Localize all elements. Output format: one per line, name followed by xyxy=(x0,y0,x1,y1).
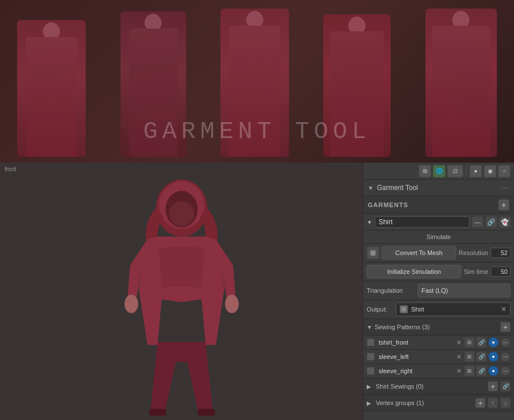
triangulation-row: Triangulation Fast (LQ) Slow (HQ) None xyxy=(363,281,514,300)
svg-rect-8 xyxy=(401,307,406,312)
sewings-expand-arrow[interactable]: ▶ xyxy=(367,383,371,390)
pattern-row-sleeve-right: sleeve_right ✕ ⊞ 🔗 ● — xyxy=(363,364,514,378)
shirt-ghost-btn[interactable]: 👻 xyxy=(499,216,511,228)
svg-rect-7 xyxy=(198,409,215,415)
pattern-color-tshirt-front xyxy=(367,338,375,346)
pattern-color-sleeve-left xyxy=(367,353,375,361)
viewport-label: front xyxy=(5,166,16,172)
shirt-name-input[interactable] xyxy=(375,216,469,228)
pattern-minus-sleeve-right[interactable]: — xyxy=(500,366,511,376)
init-simulation-button[interactable]: Initialize Simulation xyxy=(367,265,461,278)
shirt-link-btn[interactable]: 🔗 xyxy=(485,216,497,228)
figure-1 xyxy=(17,20,86,157)
panel-tb-circle1-btn[interactable]: ● xyxy=(469,165,482,177)
pattern-grid-tshirt-front[interactable]: ⊞ xyxy=(464,337,475,348)
figure-5 xyxy=(425,9,497,157)
vg-expand-arrow[interactable]: ▶ xyxy=(367,400,371,406)
pattern-blue-sleeve-left[interactable]: ● xyxy=(488,352,499,362)
svg-rect-6 xyxy=(149,409,166,415)
shirt-sewings-title: Shirt Sewings (0) xyxy=(376,383,485,390)
gt-collapse-arrow[interactable]: ▼ xyxy=(368,185,374,191)
output-label: Output: xyxy=(367,306,392,313)
viewport[interactable]: front xyxy=(0,163,363,420)
svg-point-5 xyxy=(225,294,239,313)
pattern-color-sleeve-right xyxy=(367,367,375,375)
sewing-link-btn[interactable]: 🔗 xyxy=(500,381,511,391)
gt-title: Garment Tool xyxy=(377,184,501,192)
garment-tool-header: ▼ Garment Tool ⋯ xyxy=(363,180,514,196)
pattern-blue-tshirt-front[interactable]: ● xyxy=(488,337,499,348)
shirt-row: ▼ — 🔗 👻 xyxy=(363,214,514,231)
banner-title: Garment Tool xyxy=(143,118,371,146)
output-row: Output: Shirt ✕ xyxy=(363,300,514,319)
sewing-patterns-header: ▼ Sewing Patterns (3) + xyxy=(363,319,514,336)
vertex-groups-row: ▶ Vertex groups (1) + ↑ ↓ xyxy=(363,395,514,411)
shirt-collapse-arrow[interactable]: ▼ xyxy=(367,219,372,225)
panel-toolbar: ⊞ 🌐 ⊡ ● ◉ ○ xyxy=(363,163,514,180)
pattern-minus-tshirt-front[interactable]: — xyxy=(500,337,511,348)
init-simulation-row: Initialize Simulation Sim time xyxy=(363,262,514,281)
resolution-input[interactable] xyxy=(491,248,511,258)
pattern-grid-sleeve-left[interactable]: ⊞ xyxy=(464,352,475,362)
panel-tb-circle2-btn[interactable]: ◉ xyxy=(484,165,496,177)
pattern-blue-sleeve-right[interactable]: ● xyxy=(488,366,499,376)
simulate-label: Simulate xyxy=(427,233,451,240)
pattern-grid-sleeve-right[interactable]: ⊞ xyxy=(464,366,475,376)
pattern-name-sleeve-left: sleeve_left xyxy=(376,353,453,360)
add-vertex-group-button[interactable]: + xyxy=(475,398,485,408)
add-sewing-button[interactable]: + xyxy=(488,381,498,391)
garment-sim-icon xyxy=(367,247,379,259)
output-name: Shirt xyxy=(411,306,497,313)
pattern-name-tshirt-front: tshirt_front xyxy=(376,339,453,346)
sewing-collapse-arrow[interactable]: ▼ xyxy=(367,324,372,330)
panel-tb-globe-btn[interactable]: 🌐 xyxy=(433,165,445,177)
garments-section: GARMENTS + xyxy=(363,196,514,214)
gt-dots[interactable]: ⋯ xyxy=(501,183,509,192)
panel-tb-circle3-btn[interactable]: ○ xyxy=(498,165,511,177)
vg-btn-2[interactable]: ↓ xyxy=(500,398,511,408)
pattern-minus-sleeve-left[interactable]: — xyxy=(500,352,511,362)
garments-label: GARMENTS xyxy=(368,201,408,208)
pattern-link-tshirt-front[interactable]: 🔗 xyxy=(476,337,487,348)
top-banner: Garment Tool xyxy=(0,0,514,163)
pattern-name-sleeve-right: sleeve_right xyxy=(376,368,453,374)
convert-to-mesh-button[interactable]: Convert To Mesh xyxy=(382,246,456,260)
bottom-section: front ⊞ 🌐 ⊡ ● ◉ ○ ▼ Garment Tool ⋯ GARME… xyxy=(0,163,514,420)
pattern-row-sleeve-left: sleeve_left ✕ ⊞ 🔗 ● — xyxy=(363,350,514,364)
add-garment-button[interactable]: + xyxy=(498,199,509,211)
output-field: Shirt ✕ xyxy=(396,302,511,316)
panel-tb-grid-btn[interactable]: ⊞ xyxy=(419,165,431,177)
triangulation-select[interactable]: Fast (LQ) Slow (HQ) None xyxy=(417,284,511,297)
pattern-link-sleeve-right[interactable]: 🔗 xyxy=(476,366,487,376)
svg-point-3 xyxy=(169,201,194,226)
pattern-link-sleeve-left[interactable]: 🔗 xyxy=(476,352,487,362)
output-icon xyxy=(400,305,408,313)
vg-btn-1[interactable]: ↑ xyxy=(488,398,498,408)
pattern-remove-sleeve-right[interactable]: ✕ xyxy=(455,368,463,375)
add-sewing-pattern-button[interactable]: + xyxy=(500,322,511,332)
panel-tb-extra-btn[interactable]: ⊡ xyxy=(447,165,463,177)
simulate-section-header: Simulate xyxy=(363,231,514,244)
pattern-row-tshirt-front: tshirt_front ✕ ⊞ 🔗 ● — xyxy=(363,336,514,350)
right-panel: ⊞ 🌐 ⊡ ● ◉ ○ ▼ Garment Tool ⋯ GARMENTS + … xyxy=(363,163,514,420)
triangulation-label: Triangulation xyxy=(367,287,415,294)
character-svg xyxy=(96,173,267,419)
pattern-remove-sleeve-left[interactable]: ✕ xyxy=(455,353,463,361)
shirt-icon xyxy=(369,249,377,257)
resolution-label: Resolution xyxy=(459,249,488,256)
svg-point-4 xyxy=(125,294,138,313)
shirt-sewings-row: ▶ Shirt Sewings (0) + 🔗 xyxy=(363,378,514,395)
toolbar-separator xyxy=(466,167,467,176)
vertex-groups-title: Vertex groups (1) xyxy=(376,399,473,406)
simtime-label: Sim time xyxy=(464,268,488,275)
pattern-remove-tshirt-front[interactable]: ✕ xyxy=(455,339,463,346)
output-clear-btn[interactable]: ✕ xyxy=(501,305,507,313)
shirt-minus-btn[interactable]: — xyxy=(472,216,483,228)
simulate-buttons-row: Convert To Mesh Resolution xyxy=(363,244,514,262)
simtime-input[interactable] xyxy=(491,266,511,277)
sewing-patterns-title: Sewing Patterns (3) xyxy=(375,324,498,330)
